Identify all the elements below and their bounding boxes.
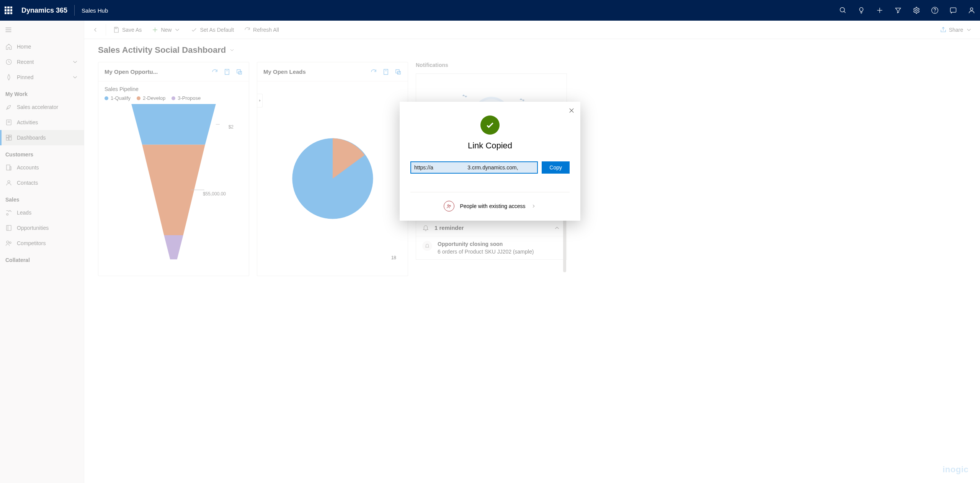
gear-icon[interactable] — [913, 7, 920, 14]
modal-overlay: Link Copied Copy People with existing ac… — [0, 21, 980, 483]
plus-icon[interactable] — [876, 7, 884, 14]
svg-point-6 — [935, 12, 935, 12]
copy-button[interactable]: Copy — [542, 161, 570, 174]
svg-point-0 — [840, 8, 845, 12]
global-nav-bar: Dynamics 365 Sales Hub — [0, 0, 980, 21]
search-icon[interactable] — [839, 7, 847, 14]
access-label: People with existing access — [460, 203, 525, 209]
svg-point-55 — [448, 205, 449, 206]
person-icon[interactable] — [968, 7, 975, 14]
link-copied-dialog: Link Copied Copy People with existing ac… — [400, 102, 580, 221]
people-icon — [444, 201, 454, 211]
share-url-input[interactable] — [410, 161, 538, 174]
lightbulb-icon[interactable] — [858, 7, 865, 14]
help-icon[interactable] — [931, 7, 939, 14]
svg-rect-7 — [951, 8, 956, 12]
chat-icon[interactable] — [949, 7, 957, 14]
svg-point-4 — [916, 10, 918, 11]
svg-point-8 — [970, 8, 973, 10]
success-check-icon — [480, 115, 500, 135]
svg-point-56 — [449, 205, 451, 207]
app-launcher-icon[interactable] — [5, 7, 12, 14]
modal-title: Link Copied — [410, 141, 570, 151]
product-brand: Dynamics 365 — [21, 7, 67, 15]
filter-icon[interactable] — [894, 7, 902, 14]
divider — [74, 5, 75, 16]
svg-line-1 — [844, 11, 846, 13]
global-icon-bar — [839, 7, 975, 14]
chevron-right-icon — [531, 203, 536, 209]
app-name: Sales Hub — [82, 7, 108, 14]
close-button[interactable] — [568, 107, 575, 115]
access-row[interactable]: People with existing access — [410, 192, 570, 211]
